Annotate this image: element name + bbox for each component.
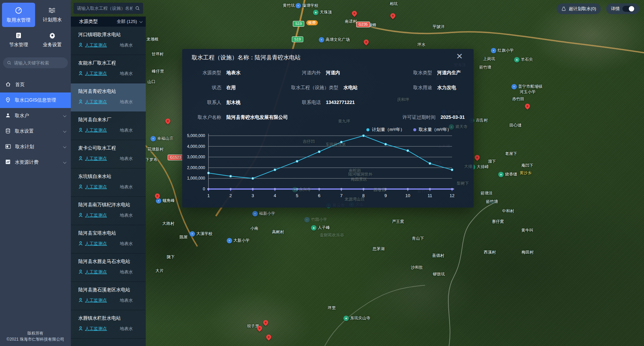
- monitor-type-link[interactable]: 人工监测点: [78, 241, 107, 247]
- close-icon[interactable]: ✕: [456, 52, 463, 60]
- station-meta-row: 人工监测点地表水: [78, 42, 141, 48]
- monitor-type-link[interactable]: 人工监测点: [78, 297, 107, 303]
- map-place-label: 大路村: [162, 221, 174, 227]
- plan-vs-actual-chart: 01,000,0002,000,0003,000,0004,000,0005,0…: [182, 125, 474, 208]
- red-map-pin[interactable]: [363, 38, 370, 46]
- map-label-text: 峰仔里: [152, 69, 164, 74]
- map-place-label: ▲东坑尖山寺: [343, 315, 370, 321]
- monitor-type-label: 人工监测点: [85, 127, 107, 133]
- list-item[interactable]: 陆河县青硿水电站人工监测点地表水: [71, 83, 146, 112]
- list-item[interactable]: 水唇镇水栏肚水电站人工监测点地表水: [71, 310, 146, 339]
- map-label-text: 普宁市船埔镇: [518, 84, 542, 89]
- sidebar-item-4[interactable]: 取水计划: [0, 139, 71, 155]
- map-place-label: 山口: [147, 79, 156, 85]
- monitor-type-link[interactable]: 人工监测点: [78, 156, 107, 162]
- gear-icon: [49, 32, 56, 39]
- monitor-type-link[interactable]: 人工监测点: [78, 42, 107, 48]
- list-item[interactable]: 陆河县自来水厂人工监测点地表水: [71, 112, 146, 140]
- station-name: 麦卡公司取水工程: [78, 145, 141, 151]
- waves-icon: [48, 7, 56, 14]
- station-detail-modal: 取水工程（设施）名称：陆河县青硿水电站 ✕ 水源类型地表水河道内外河道内取水类型…: [182, 49, 474, 208]
- sidebar-item-1[interactable]: 取水口GIS信息管理: [0, 92, 71, 108]
- detail-toggle-pill[interactable]: 详情: [606, 3, 639, 14]
- monitor-type-label: 人工监测点: [85, 212, 107, 218]
- sidebar: 取用水管理计划用水节水管理业务设置 首页取水口GIS信息管理取水户取水设置取水计…: [0, 0, 71, 346]
- map-label-text: 严王窝: [392, 219, 404, 224]
- keyword-search-box[interactable]: [3, 57, 68, 68]
- over-plan-alert-button[interactable]: 超计划取水(0): [557, 3, 601, 14]
- red-map-pin[interactable]: [524, 103, 531, 110]
- monitor-type-link[interactable]: 人工监测点: [78, 212, 107, 218]
- sidebar-item-label: 取水计划: [15, 144, 34, 150]
- map-label-text: 庵凹下: [521, 163, 533, 168]
- person-icon: [78, 269, 83, 275]
- field-0-0: 水源类型地表水: [192, 70, 291, 76]
- water-source-type: 地表水: [120, 71, 133, 77]
- map-label-text: 南进村: [345, 19, 357, 24]
- map-label-text: 福新小学: [259, 211, 275, 216]
- map-label-text: 坪水: [417, 42, 425, 48]
- map-label-text: 田心缝: [509, 123, 522, 128]
- red-map-pin[interactable]: [164, 117, 171, 125]
- station-name: 陆河县宝塔水电站: [78, 230, 141, 236]
- list-item[interactable]: 友能水厂取水工程人工监测点地表水: [71, 55, 146, 83]
- detail-toggle-switch[interactable]: [622, 6, 635, 12]
- map-place-label: ▪璇塘学校: [296, 3, 318, 8]
- water-source-type: 地表水: [120, 42, 133, 48]
- nav-tile-1[interactable]: 计划用水: [36, 3, 69, 27]
- field-3-0: 取水户名称陆河县青硿水电发展有限公司: [192, 114, 402, 121]
- monitor-type-link[interactable]: 人工监测点: [78, 71, 107, 77]
- red-map-pin[interactable]: [474, 154, 481, 161]
- nav-tile-0[interactable]: 取用水管理: [2, 3, 35, 27]
- monitor-type-link[interactable]: 人工监测点: [78, 99, 107, 105]
- red-map-pin[interactable]: [265, 334, 272, 341]
- monitor-type-label: 人工监测点: [85, 297, 107, 303]
- nav-tile-label: 计划用水: [43, 17, 62, 23]
- station-search-input[interactable]: [77, 6, 133, 11]
- poi-green-icon: ▲: [313, 10, 318, 15]
- red-map-pin[interactable]: [351, 10, 358, 17]
- list-item[interactable]: 河口镇唱歌潭水电站人工监测点地表水: [71, 27, 146, 55]
- list-item[interactable]: 陆河县水唇走马石水电站人工监测点地表水: [71, 254, 146, 282]
- field-label: 状态: [192, 85, 221, 91]
- station-name: 水唇镇水栏肚水电站: [78, 315, 141, 321]
- station-meta-row: 人工监测点地表水: [78, 269, 141, 275]
- monitor-type-link[interactable]: 人工监测点: [78, 269, 107, 275]
- sidebar-item-2[interactable]: 取水户: [0, 108, 71, 124]
- monitor-type-link[interactable]: 人工监测点: [78, 127, 107, 133]
- list-item[interactable]: 麦卡公司取水工程人工监测点地表水: [71, 140, 146, 168]
- map-place-label: 锣鼓坑: [433, 271, 445, 277]
- map-label-text: 善德村: [432, 253, 444, 259]
- monitor-type-label: 人工监测点: [85, 326, 107, 332]
- water-source-type: 地表水: [120, 326, 133, 332]
- sidebar-item-5[interactable]: 水资源计费: [0, 155, 71, 170]
- station-search-box[interactable]: [74, 3, 143, 14]
- list-item[interactable]: 陆河县南万镇杞洋水电站人工监测点地表水: [71, 197, 146, 225]
- monitor-type-link[interactable]: 人工监测点: [78, 326, 107, 332]
- list-item[interactable]: 陆河县激石溪老区水电站人工监测点地表水: [71, 282, 146, 310]
- list-item[interactable]: 陆河县宝塔水电站人工监测点地表水: [71, 225, 146, 254]
- sidebar-item-3[interactable]: 取水设置: [0, 124, 71, 139]
- monitor-type-link[interactable]: 人工监测点: [78, 184, 107, 190]
- map-place-label: 黄沙乡: [520, 170, 532, 176]
- map-place-label: ▪螺角峰: [156, 198, 175, 204]
- svg-text:6: 6: [318, 193, 320, 198]
- user-icon: [5, 113, 10, 119]
- sidebar-item-0[interactable]: 首页: [0, 77, 71, 92]
- map-label-text: 羊石尖: [521, 57, 533, 62]
- map-place-label: 寨仔窝: [492, 219, 504, 224]
- red-map-pin[interactable]: [262, 319, 269, 326]
- person-icon: [78, 71, 83, 77]
- field-3-1: 许可证过期时间2025-03-31: [402, 114, 466, 121]
- poi-blue-icon: ▪: [252, 211, 258, 216]
- red-map-pin[interactable]: [389, 12, 396, 19]
- chevron-down-icon: [63, 145, 66, 148]
- nav-tile-3[interactable]: 业务设置: [36, 28, 69, 52]
- keyword-search-input[interactable]: [14, 60, 64, 65]
- filter-dropdown[interactable]: 全部 (125): [117, 19, 142, 25]
- list-item[interactable]: 东坑镇自来水站人工监测点地表水: [71, 168, 146, 197]
- nav-tile-2[interactable]: 节水管理: [2, 28, 35, 52]
- monitor-type-label: 人工监测点: [85, 99, 107, 105]
- map-label-text: 大片: [156, 268, 164, 274]
- map-pin-icon: [5, 97, 10, 104]
